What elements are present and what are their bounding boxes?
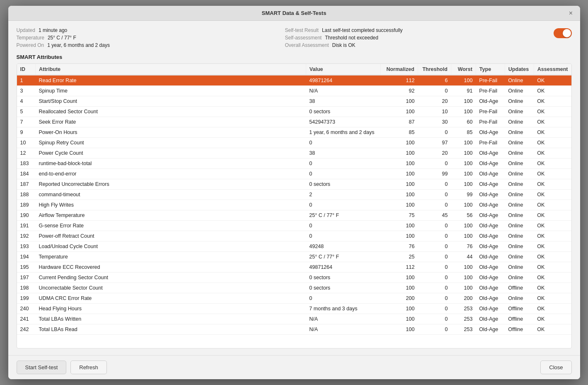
smart-toggle[interactable] (554, 28, 572, 38)
cell-assessment: OK (534, 314, 571, 324)
table-row[interactable]: 5Reallocated Sector Count0 sectors100101… (17, 107, 571, 117)
cell-worst: 100 (451, 179, 476, 190)
self-assessment-value: Threshold not exceeded (325, 35, 378, 41)
cell-norm: 100 (380, 158, 418, 169)
cell-assessment: OK (534, 107, 571, 117)
table-row[interactable]: 199UDMA CRC Error Rate02000200Old-AgeOnl… (17, 293, 571, 304)
cell-updates: Online (505, 148, 534, 158)
cell-thresh: 0 (418, 304, 451, 314)
cell-updates: Online (505, 169, 534, 179)
cell-norm: 100 (380, 304, 418, 314)
table-row[interactable]: 187Reported Uncorrectable Errors0 sector… (17, 179, 571, 190)
cell-worst: 44 (451, 252, 476, 262)
table-row[interactable]: 193Load/Unload Cycle Count4924876076Old-… (17, 241, 571, 252)
cell-attr: Head Flying Hours (36, 304, 306, 314)
cell-worst: 56 (451, 210, 476, 221)
cell-thresh: 30 (418, 117, 451, 127)
table-row[interactable]: 183runtime-bad-block-total01000100Old-Ag… (17, 158, 571, 169)
table-row[interactable]: 4Start/Stop Count3810020100Old-AgeOnline… (17, 96, 571, 107)
cell-thresh: 0 (418, 200, 451, 210)
cell-value: 2 (306, 190, 380, 200)
close-button[interactable]: Close (540, 361, 571, 374)
table-row[interactable]: 242Total LBAs ReadN/A1000253Old-AgeOffli… (17, 324, 571, 335)
title-bar: SMART Data & Self-Tests × (8, 6, 580, 21)
cell-value: 49871264 (306, 262, 380, 273)
cell-thresh: 0 (418, 86, 451, 96)
cell-type: Old-Age (476, 190, 505, 200)
table-row[interactable]: 12Power Cycle Count3810020100Old-AgeOnli… (17, 148, 571, 158)
cell-type: Old-Age (476, 324, 505, 335)
table-row[interactable]: 191G-sense Error Rate01000100Old-AgeOnli… (17, 221, 571, 231)
cell-worst: 60 (451, 117, 476, 127)
table-row[interactable]: 7Seek Error Rate542947373873060Pre-FailO… (17, 117, 571, 127)
cell-updates: Online (505, 96, 534, 107)
cell-assessment: OK (534, 293, 571, 304)
cell-assessment: OK (534, 324, 571, 335)
header-type: Type (476, 64, 505, 75)
table-row[interactable]: 184end-to-end-error010099100Old-AgeOnlin… (17, 169, 571, 179)
window-close-button[interactable]: × (568, 10, 574, 17)
table-row[interactable]: 9Power-On Hours1 year, 6 months and 2 da… (17, 127, 571, 138)
cell-norm: 75 (380, 210, 418, 221)
cell-id: 188 (17, 190, 36, 200)
start-self-test-button[interactable]: Start Self-test (17, 361, 67, 374)
cell-type: Old-Age (476, 283, 505, 293)
powered-on-label: Powered On (17, 42, 44, 48)
cell-value: 0 (306, 158, 380, 169)
cell-attr: Total LBAs Read (36, 324, 306, 335)
table-row[interactable]: 189High Fly Writes01000100Old-AgeOnlineO… (17, 200, 571, 210)
cell-id: 197 (17, 273, 36, 283)
refresh-button[interactable]: Refresh (70, 361, 107, 374)
updated-row: Updated 1 minute ago (17, 27, 269, 33)
cell-worst: 100 (451, 283, 476, 293)
cell-id: 4 (17, 96, 36, 107)
cell-assessment: OK (534, 252, 571, 262)
cell-type: Pre-Fail (476, 75, 505, 86)
info-center: Self-test Result Last self-test complete… (285, 27, 537, 48)
cell-attr: Airflow Temperature (36, 210, 306, 221)
table-row[interactable]: 192Power-off Retract Count01000100Old-Ag… (17, 231, 571, 241)
table-row[interactable]: 188command-timeout2100099Old-AgeOnlineOK (17, 190, 571, 200)
cell-id: 199 (17, 293, 36, 304)
cell-type: Pre-Fail (476, 117, 505, 127)
table-row[interactable]: 3Spinup TimeN/A92091Pre-FailOnlineOK (17, 86, 571, 96)
table-row[interactable]: 241Total LBAs WrittenN/A1000253Old-AgeOf… (17, 314, 571, 324)
smart-table-container[interactable]: ID Attribute Value Normalized Threshold … (17, 63, 572, 348)
cell-norm: 200 (380, 293, 418, 304)
cell-type: Old-Age (476, 293, 505, 304)
cell-type: Old-Age (476, 314, 505, 324)
cell-updates: Online (505, 241, 534, 252)
table-row[interactable]: 198Uncorrectable Sector Count0 sectors10… (17, 283, 571, 293)
header-norm: Normalized (380, 64, 418, 75)
cell-norm: 112 (380, 75, 418, 86)
table-row[interactable]: 194Temperature25° C / 77° F25044Old-AgeO… (17, 252, 571, 262)
table-body: 1Read Error Rate498712641126100Pre-FailO… (17, 75, 571, 335)
cell-value: 542947373 (306, 117, 380, 127)
cell-value: 0 (306, 138, 380, 148)
cell-worst: 100 (451, 273, 476, 283)
cell-type: Old-Age (476, 252, 505, 262)
cell-id: 193 (17, 241, 36, 252)
cell-attr: end-to-end-error (36, 169, 306, 179)
temperature-label: Temperature (17, 35, 44, 41)
cell-worst: 100 (451, 262, 476, 273)
table-row[interactable]: 190Airflow Temperature25° C / 77° F75455… (17, 210, 571, 221)
cell-attr: Hardware ECC Recovered (36, 262, 306, 273)
cell-attr: Reallocated Sector Count (36, 107, 306, 117)
table-row[interactable]: 10Spinup Retry Count010097100Pre-FailOnl… (17, 138, 571, 148)
self-test-result-value: Last self-test completed successfully (322, 27, 403, 33)
cell-updates: Online (505, 231, 534, 241)
header-assessment: Assessment (534, 64, 571, 75)
cell-value: 0 (306, 200, 380, 210)
cell-assessment: OK (534, 241, 571, 252)
table-row[interactable]: 197Current Pending Sector Count0 sectors… (17, 273, 571, 283)
cell-updates: Online (505, 200, 534, 210)
cell-updates: Online (505, 179, 534, 190)
cell-id: 184 (17, 169, 36, 179)
cell-norm: 100 (380, 273, 418, 283)
table-row[interactable]: 1Read Error Rate498712641126100Pre-FailO… (17, 75, 571, 86)
table-row[interactable]: 195Hardware ECC Recovered498712641120100… (17, 262, 571, 273)
powered-on-row: Powered On 1 year, 6 months and 2 days (17, 42, 269, 48)
cell-value: 1 year, 6 months and 2 days (306, 127, 380, 138)
table-row[interactable]: 240Head Flying Hours7 months and 3 days1… (17, 304, 571, 314)
